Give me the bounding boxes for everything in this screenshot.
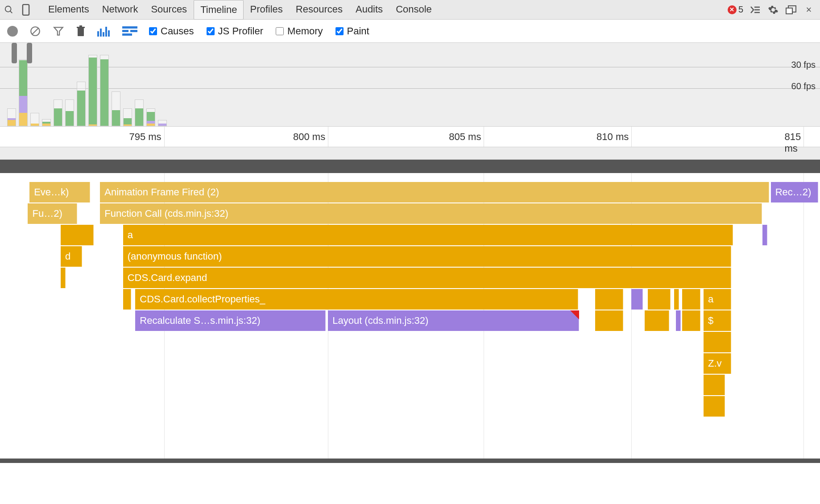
svg-rect-19 [122,26,137,29]
flame-entry[interactable] [674,289,679,310]
ruler-label: 810 ms [596,131,631,143]
overview-bar [30,113,39,126]
flame-entry[interactable] [682,310,700,331]
flame-entry[interactable]: Rec…2) [771,182,819,202]
svg-rect-11 [78,28,84,36]
overview-bar [135,99,144,126]
filter-icon[interactable] [53,25,64,37]
flame-entry[interactable] [704,375,725,395]
overview-bar [7,108,16,126]
flame-entry[interactable] [595,310,623,331]
flame-entry[interactable] [61,225,94,245]
tab-audits[interactable]: Audits [349,0,389,20]
error-badge[interactable]: ✕ 5 [728,4,743,15]
overview-bar [77,82,86,126]
ruler-label: 800 ms [293,131,328,143]
view-flame-icon[interactable] [122,26,137,36]
svg-rect-17 [105,27,107,37]
checkbox-input[interactable] [335,27,344,35]
svg-rect-22 [122,33,132,36]
flame-entry[interactable]: Function Call (cds.min.js:32) [100,203,762,224]
flame-entry[interactable] [631,289,643,310]
flame-entry[interactable]: Eve…k) [29,182,90,202]
overview-bar [88,55,97,126]
overview-bar [100,55,109,126]
svg-rect-20 [122,30,128,32]
svg-line-9 [32,28,38,34]
tab-console[interactable]: Console [389,0,439,20]
svg-rect-15 [100,29,102,37]
flame-entry[interactable] [762,225,767,245]
flame-entry[interactable]: Fu…2) [28,203,77,224]
flame-entry[interactable] [595,289,623,310]
timeline-toolbar: CausesJS ProfilerMemoryPaint [0,20,820,43]
flame-entry[interactable]: Recalculate S…s.min.js:32) [135,310,325,331]
checkbox-js-profiler[interactable]: JS Profiler [207,25,263,37]
search-icon[interactable] [3,4,15,16]
overview-handle-left[interactable] [12,43,17,63]
checkbox-input[interactable] [207,27,215,35]
checkbox-input[interactable] [276,27,284,35]
track-header-network [0,147,820,160]
flame-entry[interactable] [682,289,700,310]
checkbox-label: Paint [347,25,369,37]
overview-bar [112,91,120,126]
tab-sources[interactable]: Sources [145,0,194,20]
flame-entry[interactable] [704,396,725,417]
flame-entry[interactable] [704,332,731,352]
checkbox-memory[interactable]: Memory [276,25,323,37]
device-icon[interactable] [20,4,32,16]
error-count: 5 [738,4,743,15]
checkbox-label: JS Profiler [218,25,263,37]
svg-rect-21 [130,30,137,32]
ruler-label: 815 ms [785,131,804,154]
close-icon[interactable]: × [803,4,815,16]
flame-entry[interactable]: Layout (cds.min.js:32) [328,310,579,331]
tab-timeline[interactable]: Timeline [194,0,244,20]
overview-handle-right[interactable] [27,43,32,63]
flame-entry[interactable]: Z.v [704,353,731,374]
svg-rect-18 [108,30,110,37]
flame-entry[interactable]: (anonymous function) [123,246,732,267]
flame-entry[interactable] [676,310,681,331]
svg-rect-16 [103,32,104,37]
checkbox-label: Causes [161,25,194,37]
time-ruler[interactable]: 795 ms800 ms805 ms810 ms815 ms [0,127,820,147]
flame-entry[interactable]: CDS.Card.expand [123,268,732,288]
flame-entry[interactable]: $ [704,310,731,331]
view-bars-icon[interactable] [97,26,111,37]
timeline-overview[interactable]: 30 fps 60 fps [0,43,820,127]
tab-resources[interactable]: Resources [290,0,349,20]
garbage-collect-icon[interactable] [76,25,86,37]
svg-rect-12 [77,27,85,28]
tab-network[interactable]: Network [96,0,145,20]
flame-entry[interactable] [645,310,669,331]
checkbox-input[interactable] [149,27,157,35]
flame-entry[interactable] [123,289,131,310]
tabbar-right: ✕ 5 × [728,4,817,16]
dock-icon[interactable] [785,4,797,16]
devtools-tabbar: ElementsNetworkSourcesTimelineProfilesRe… [0,0,820,20]
checkbox-paint[interactable]: Paint [335,25,369,37]
flame-chart[interactable]: Eve…k)Animation Frame Fired (2)Rec…2)Fu…… [0,173,820,459]
console-toggle-icon[interactable] [750,4,761,16]
flame-entry[interactable]: a [123,225,733,245]
flame-footer [0,459,820,463]
error-icon: ✕ [728,5,737,14]
flame-entry[interactable]: d [61,246,82,267]
overview-bar [42,119,51,126]
checkbox-causes[interactable]: Causes [149,25,194,37]
checkbox-label: Memory [287,25,323,37]
tab-elements[interactable]: Elements [42,0,96,20]
record-button[interactable] [7,26,18,37]
fps-60-label: 60 fps [791,81,816,91]
flame-entry[interactable]: CDS.Card.collectProperties_ [135,289,578,310]
settings-gear-icon[interactable] [767,4,779,16]
overview-bar [123,108,132,126]
clear-button[interactable] [29,25,41,37]
flame-entry[interactable] [648,289,671,310]
flame-entry[interactable]: a [704,289,731,310]
flame-entry[interactable] [61,268,66,288]
flame-entry[interactable]: Animation Frame Fired (2) [100,182,769,202]
tab-profiles[interactable]: Profiles [244,0,289,20]
